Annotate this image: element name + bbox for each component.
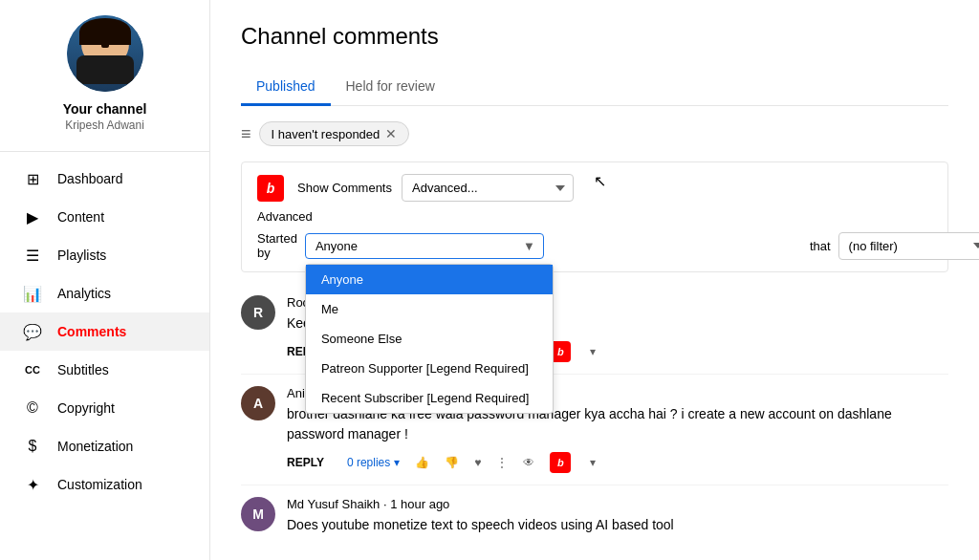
main-content: Channel comments Published Held for revi… (210, 0, 979, 560)
channel-subtitle: Kripesh Adwani (65, 118, 144, 132)
tabs-bar: Published Held for review (241, 69, 948, 106)
filter-icon[interactable]: ≡ (241, 124, 251, 144)
started-by-label: Started by (257, 231, 297, 260)
dislike-button[interactable]: 👎 (445, 456, 459, 469)
filter1-label: that (810, 239, 831, 253)
replies-count[interactable]: 0 replies ▾ (347, 456, 400, 469)
analytics-icon: 📊 (23, 284, 42, 303)
sidebar-item-playlists[interactable]: ☰ Playlists (0, 236, 209, 274)
dropdown-section: b Show Comments Advanced... All comments… (241, 162, 948, 272)
sidebar-nav: ⊞ Dashboard ▶ Content ☰ Playlists 📊 Anal… (0, 152, 209, 511)
heart-button[interactable]: ♥ (474, 456, 481, 469)
chevron-down-icon: ▾ (394, 456, 400, 469)
subtitles-icon: CC (23, 360, 42, 379)
dashboard-icon: ⊞ (23, 169, 42, 188)
sidebar-item-dashboard[interactable]: ⊞ Dashboard (0, 160, 209, 198)
avatar: A (241, 386, 275, 420)
show-comments-select[interactable]: Advanced... All comments (402, 174, 574, 202)
started-by-dropdown-trigger[interactable]: Anyone ▼ (305, 233, 544, 259)
dropdown-selected-value: Anyone (315, 239, 358, 253)
show-comments-label: Show Comments (297, 181, 392, 195)
avatar: R (241, 295, 275, 330)
sidebar-label-comments: Comments (57, 324, 126, 339)
sidebar-label-monetization: Monetization (57, 439, 133, 454)
sidebar-label-copyright: Copyright (57, 400, 115, 416)
playlists-icon: ☰ (23, 246, 42, 265)
sidebar-label-subtitles: Subtitles (57, 362, 109, 377)
dropdown-option-me[interactable]: Me (306, 294, 553, 324)
sidebar-item-analytics[interactable]: 📊 Analytics (0, 274, 209, 312)
dropdown-chevron-icon: ▼ (523, 239, 535, 253)
reply-button[interactable]: REPLY (287, 456, 324, 469)
sidebar-item-subtitles[interactable]: CC Subtitles (0, 351, 209, 389)
tab-held[interactable]: Held for review (331, 69, 450, 106)
chevron-icon: ▾ (590, 345, 596, 358)
dropdown-option-anyone[interactable]: Anyone (306, 265, 553, 294)
chevron-icon: ▾ (590, 456, 596, 469)
comment-time: · 1 hour ago (383, 497, 449, 511)
content-icon: ▶ (23, 207, 42, 226)
dropdown-option-recent-sub[interactable]: Recent Subscriber [Legend Required] (306, 383, 553, 413)
dropdown-option-patreon[interactable]: Patreon Supporter [Legend Required] (306, 354, 553, 383)
advanced-label: Advanced (257, 209, 932, 224)
sidebar-label-customization: Customization (57, 477, 142, 492)
sidebar-item-customization[interactable]: ✦ Customization (0, 465, 209, 504)
filter-chip[interactable]: I haven't responded ✕ (259, 121, 410, 146)
sidebar-label-analytics: Analytics (57, 286, 111, 301)
filter1-select[interactable]: (no filter) (838, 232, 979, 260)
table-row: M Md Yusuf Shaikh · 1 hour ago Does yout… (241, 485, 948, 537)
sidebar-label-content: Content (57, 209, 104, 225)
avatar (67, 15, 143, 92)
b-action-icon[interactable]: b (550, 452, 571, 473)
started-by-row: Started by Anyone ▼ Anyone Me Someone El… (257, 231, 932, 260)
app-layout: Your channel Kripesh Adwani ⊞ Dashboard … (0, 0, 979, 560)
show-comments-row: b Show Comments Advanced... All comments (257, 174, 932, 202)
like-button[interactable]: 👍 (415, 456, 429, 469)
monetization-icon: $ (23, 437, 42, 456)
channel-info: Your channel Kripesh Adwani (0, 15, 209, 152)
filter-chip-close-icon[interactable]: ✕ (385, 126, 397, 141)
filter-chip-label: I haven't responded (272, 127, 381, 141)
filters-row: ≡ I haven't responded ✕ (241, 121, 948, 146)
tab-published[interactable]: Published (241, 69, 331, 106)
sidebar-item-copyright[interactable]: © Copyright (0, 389, 209, 427)
customization-icon: ✦ (23, 475, 42, 494)
comment-text: Does youtube monetize text to speech vid… (287, 515, 948, 535)
comments-icon: 💬 (23, 322, 42, 341)
started-by-dropdown-popup: Anyone Me Someone Else Patreon Supporter… (305, 264, 554, 414)
sidebar-label-playlists: Playlists (57, 248, 106, 263)
sidebar-item-monetization[interactable]: $ Monetization (0, 427, 209, 465)
sidebar: Your channel Kripesh Adwani ⊞ Dashboard … (0, 0, 210, 560)
sidebar-item-comments[interactable]: 💬 Comments (0, 312, 209, 351)
hide-button[interactable]: 👁 (523, 456, 534, 469)
sidebar-label-dashboard: Dashboard (57, 171, 123, 186)
avatar: M (241, 497, 275, 531)
channel-name: Your channel (63, 101, 147, 117)
comment-actions: REPLY 0 replies ▾ 👍 👎 ♥ ⋮ 👁 b ▾ (287, 452, 948, 473)
page-title: Channel comments (241, 23, 948, 50)
more-button[interactable]: ⋮ (496, 456, 508, 469)
started-by-dropdown-container: Anyone ▼ Anyone Me Someone Else Patreon … (305, 233, 544, 259)
dropdown-option-someone-else[interactable]: Someone Else (306, 324, 553, 354)
b-logo: b (257, 175, 284, 202)
sidebar-item-content[interactable]: ▶ Content (0, 198, 209, 236)
copyright-icon: © (23, 398, 42, 418)
comment-author: Md Yusuf Shaikh (287, 497, 380, 511)
comment-body: Md Yusuf Shaikh · 1 hour ago Does youtub… (287, 497, 948, 537)
comment-meta: Md Yusuf Shaikh · 1 hour ago (287, 497, 948, 511)
